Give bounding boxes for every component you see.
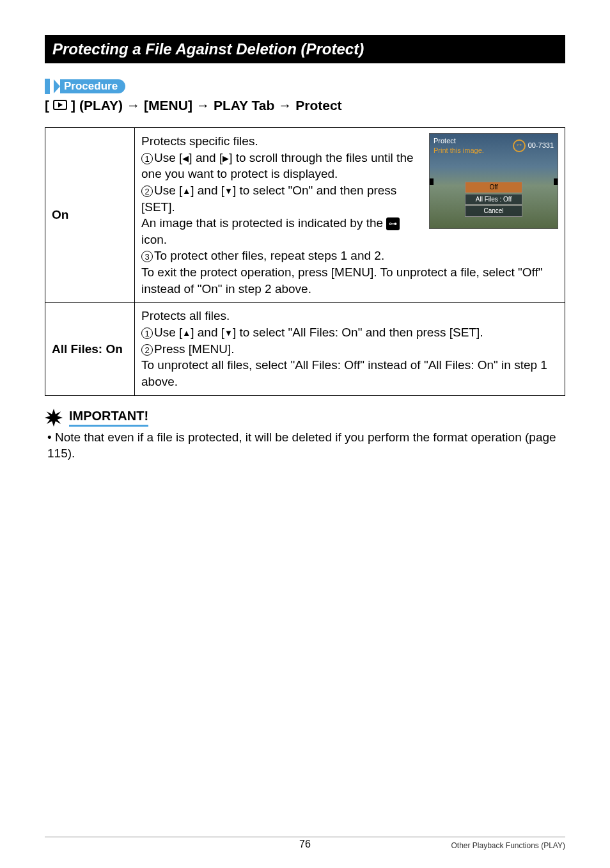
breadcrumb-play-prefix: [ [45,98,49,113]
arrow-icon: → [278,98,292,113]
burst-icon [45,409,63,427]
page-number: 76 [299,839,311,850]
breadcrumb-play-suffix: ] [71,98,75,113]
cam-menu-cancel: Cancel [465,205,522,217]
camera-preview: Protect Print this image. ⊶ 00-7331 Off … [429,133,558,229]
breadcrumb-tab: PLAY Tab [214,98,274,113]
row2-step1: 1Use [▲] and [▼] to select "All Files: O… [141,324,558,341]
procedure-pill: Procedure [54,79,125,93]
step-number-icon: 2 [141,185,153,197]
left-arrow-icon: ◀ [182,154,189,163]
cam-menu: Off All Files : Off Cancel [465,181,522,217]
up-arrow-icon: ▲ [182,186,191,196]
right-indicator-icon [554,178,558,185]
row2-step2: 2Press [MENU]. [141,341,558,358]
cam-menu-off: Off [465,182,522,193]
step-number-icon: 2 [141,344,153,356]
important-header: IMPORTANT! [45,409,565,427]
cam-menu-all: All Files : Off [465,194,522,205]
step-number-icon: 1 [141,327,153,339]
arrow-icon: → [127,98,140,113]
play-mode-icon [53,100,67,110]
procedure-label: Procedure [60,79,125,93]
protect-key-icon: ⊶ [386,217,400,230]
row2-intro: Protects all files. [141,308,558,324]
step-number-icon: 1 [141,153,153,164]
row1-step2: 2Use [▲] and [▼] to select "On" and then… [141,182,420,215]
step-number-icon: 3 [141,251,153,262]
up-arrow-icon: ▲ [182,328,191,338]
left-indicator-icon [430,178,434,185]
options-table: On Protects specific files. 1Use [◀] and… [45,127,565,396]
table-row: On Protects specific files. 1Use [◀] and… [45,128,565,303]
breadcrumb: [ ] (PLAY) → [MENU] → PLAY Tab → Protect [45,98,565,113]
svg-marker-1 [45,409,63,427]
section-title: Protecting a File Against Deletion (Prot… [52,40,364,58]
option-label-allfiles: All Files: On [45,303,135,395]
down-arrow-icon: ▼ [224,328,233,338]
breadcrumb-item: Protect [295,98,341,113]
option-desc-on: Protects specific files. 1Use [◀] and [▶… [135,128,565,303]
important-label: IMPORTANT! [69,409,148,427]
row1-step1: 1Use [◀] and [▶] to scroll through the f… [141,150,420,182]
option-label-on: On [45,128,135,303]
breadcrumb-play: (PLAY) [79,98,123,113]
arrow-icon: → [196,98,210,113]
option-desc-allfiles: Protects all files. 1Use [▲] and [▼] to … [135,303,565,395]
footer-section: Other Playback Functions (PLAY) [451,841,565,850]
right-arrow-icon: ▶ [223,154,229,163]
procedure-arrow-icon [54,79,60,93]
cam-subtitle: Print this image. [434,146,484,155]
down-arrow-icon: ▼ [224,186,233,196]
row1-exit: To exit the protect operation, press [ME… [141,264,558,297]
section-title-bar: Protecting a File Against Deletion (Prot… [45,35,565,63]
cam-title: Protect [434,136,484,146]
page-footer: 76 Other Playback Functions (PLAY) [45,837,565,850]
row1-indicated: An image that is protected is indicated … [141,215,420,248]
procedure-tick-icon [45,79,50,94]
procedure-header: Procedure [45,79,565,94]
breadcrumb-menu: [MENU] [144,98,192,113]
table-row: All Files: On Protects all files. 1Use [… [45,303,565,395]
important-note: • Note that even if a file is protected,… [47,429,565,462]
cam-counter: 00-7331 [528,141,554,150]
row1-step3: 3To protect other files, repeat steps 1 … [141,248,558,264]
row2-exit: To unprotect all files, select "All File… [141,357,558,390]
row1-intro: Protects specific files. [141,133,420,150]
svg-marker-0 [58,102,63,107]
protect-key-icon: ⊶ [513,139,526,152]
